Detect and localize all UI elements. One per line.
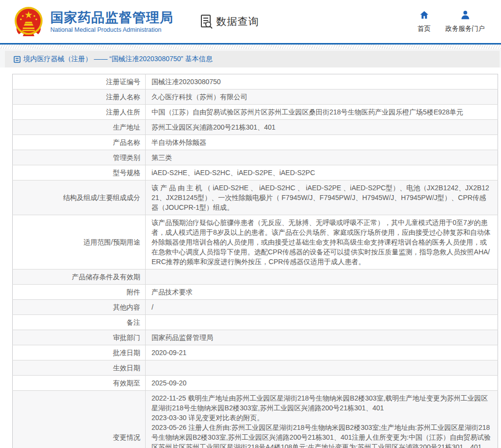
table-row: 注册人住所 中国（江苏）自由贸易试验区苏州片区苏州工业园区桑田街218号生物医药… [13,105,498,120]
row-value: 该产品预期治疗疑似心脏骤停患者（无反应、无脉搏、无呼吸或呼吸不正常），其中儿童模… [146,215,498,269]
row-value: 国家药品监督管理局 [146,330,498,345]
row-label: 注册人名称 [13,90,146,105]
data-query-icon [200,14,214,29]
row-value: iAED-S2HE、iAED-S2HC、iAED-S2PE、iAED-S2PC [146,165,498,180]
table-row: 结构及组成/主要组成成分 该 产 品 由 主 机 （ iAED-S2HE 、 i… [13,180,498,215]
table-row: 附件 产品技术要求 [13,285,498,300]
nav-gov-portal-label: 政务服务门户 [445,24,485,33]
row-value: 中国（江苏）自由贸易试验区苏州片区苏州工业园区桑田街218号生物医药产业园乐橙广… [146,105,498,120]
row-label: 产品储存条件及有效期 [13,269,146,285]
row-value: 苏州工业园区兴浦路200号21栋301、401 [146,120,498,135]
row-label: 注册人住所 [13,105,146,120]
row-value: 久心医疗科技（苏州）有限公司 [146,90,498,105]
row-label: 管理类别 [13,150,146,165]
table-row: 变更情况 2022-11-25 载明生产地址由苏州工业园区星湖街218号生物纳米… [13,391,498,448]
row-value [146,360,498,376]
row-value: 国械注准20203080750 [146,74,498,90]
row-value: 产品技术要求 [146,285,498,300]
row-label: 其他内容 [13,300,146,315]
table-row: 产品储存条件及有效期 [13,269,498,285]
row-label: 批准日期 [13,345,146,360]
registration-info-panel: 注册证编号 国械注准20203080750 注册人名称 久心医疗科技（苏州）有限… [0,67,501,448]
table-row: 其他内容 / [13,300,498,315]
table-row: 注册证编号 国械注准20203080750 [13,74,498,90]
table-row: 产品名称 半自动体外除颤器 [13,135,498,150]
table-row: 备注 [13,315,498,330]
row-value-change-history: 2022-11-25 载明生产地址由苏州工业园区星湖街218号生物纳米园B2楼3… [146,391,498,448]
row-value: 半自动体外除颤器 [146,135,498,150]
row-label: 变更情况 [13,391,146,448]
table-row: 适用范围/预期用途 该产品预期治疗疑似心脏骤停患者（无反应、无脉搏、无呼吸或呼吸… [13,215,498,269]
nav-gov-portal[interactable]: 政务服务门户 [445,10,485,33]
row-label: 生产地址 [13,120,146,135]
registration-info-table: 注册证编号 国械注准20203080750 注册人名称 久心医疗科技（苏州）有限… [12,74,498,448]
table-row: 有效期至 2025-09-20 [13,376,498,391]
row-label: 备注 [13,315,146,330]
row-label: 审批部门 [13,330,146,345]
table-row: 审批部门 国家药品监督管理局 [13,330,498,345]
table-row: 生效日期 [13,360,498,376]
breadcrumb-strip: 境内医疗器械（注册） —— “国械注准20203080750” 基本信息 [0,49,501,67]
table-row: 生产地址 苏州工业园区兴浦路200号21栋301、401 [13,120,498,135]
breadcrumb-text[interactable]: 境内医疗器械（注册） —— “国械注准20203080750” 基本信息 [23,55,213,64]
row-label: 型号规格 [13,165,146,180]
row-label: 注册证编号 [13,74,146,90]
row-value: 2025-09-20 [146,376,498,391]
nmpa-logo[interactable]: 国家药品监督管理局 National Medical Products Admi… [13,6,174,37]
row-label: 附件 [13,285,146,300]
site-title: 国家药品监督管理局 [50,10,174,25]
user-icon [460,10,471,21]
nav-home-label: 首页 [417,24,431,33]
data-query-label: 数据查询 [216,15,259,28]
table-row: 注册人名称 久心医疗科技（苏州）有限公司 [13,90,498,105]
breadcrumb: 境内医疗器械（注册） —— “国械注准20203080750” 基本信息 [5,51,500,67]
table-row: 批准日期 2020-09-21 [13,345,498,360]
table-row: 型号规格 iAED-S2HE、iAED-S2HC、iAED-S2PE、iAED-… [13,165,498,180]
document-icon [14,56,21,63]
row-label: 适用范围/预期用途 [13,215,146,269]
row-value: 该 产 品 由 主 机 （ iAED-S2HE 、 iAED-S2HC 、 iA… [146,180,498,215]
nav-home[interactable]: 首页 [417,10,431,33]
home-icon [419,10,430,21]
row-label: 结构及组成/主要组成成分 [13,180,146,215]
data-query-section[interactable]: 数据查询 [200,14,259,29]
row-value: / [146,300,498,315]
site-header: 国家药品监督管理局 National Medical Products Admi… [0,0,501,43]
row-value: 2020-09-21 [146,345,498,360]
row-value: 第三类 [146,150,498,165]
national-emblem-icon [13,6,44,37]
header-nav: 首页 政务服务门户 [417,10,485,33]
row-label: 生效日期 [13,360,146,376]
row-label: 产品名称 [13,135,146,150]
row-value [146,269,498,285]
site-subtitle: National Medical Products Administration [50,26,174,33]
hatch-decoration-band [0,45,501,49]
row-value [146,315,498,330]
table-row: 管理类别 第三类 [13,150,498,165]
row-label: 有效期至 [13,376,146,391]
